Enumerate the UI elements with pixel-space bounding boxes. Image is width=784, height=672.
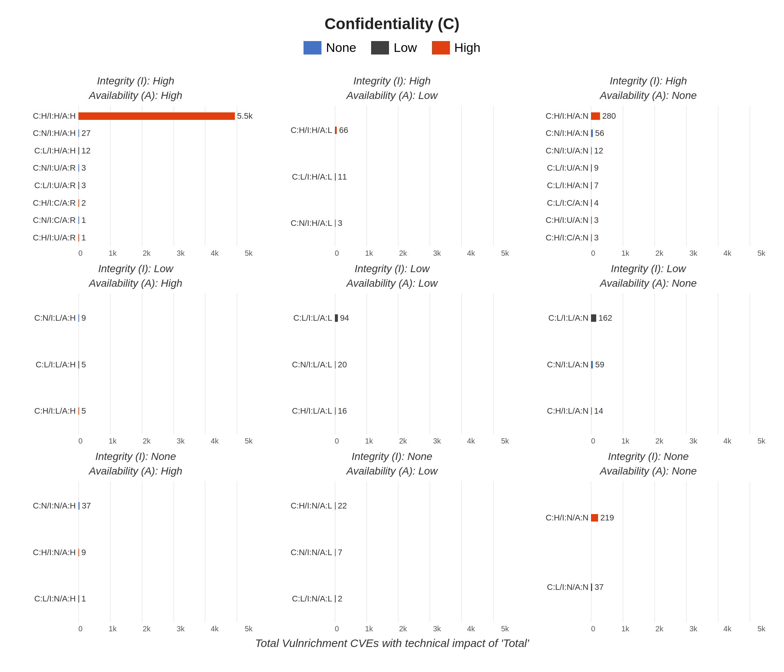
panel-3: Integrity (I): HighAvailability (A): Non…: [520, 70, 776, 258]
x-tick-4: 4k: [210, 437, 218, 445]
x-axis-label: Total Vulnrichment CVEs with technical i…: [255, 637, 529, 650]
bar-wrap-2: 5: [78, 406, 253, 416]
x-tick-0: 0: [335, 625, 339, 633]
x-tick-4: 4k: [467, 249, 475, 258]
bar-label-1: C:N/I:L/A:L: [266, 360, 332, 370]
bar-label-1: C:N/I:L/A:N: [522, 360, 588, 370]
bar-wrap-0: 66: [335, 125, 509, 135]
x-axis-labels-3: 01k2k3k4k5k: [591, 249, 765, 258]
legend-item-none: None: [303, 40, 356, 55]
bar-label-1: C:L/I:N/A:N: [522, 582, 588, 592]
bar-3: [78, 164, 79, 172]
bar-2: [78, 595, 79, 602]
bar-wrap-0: 94: [335, 313, 509, 323]
legend-swatch-none: [303, 41, 322, 54]
bar-row-1: C:N/I:L/A:N59: [591, 359, 765, 370]
bar-row-0: C:H/I:H/A:H5.5k: [78, 111, 253, 121]
bar-label-6: C:N/I:C/A:R: [9, 215, 76, 225]
bar-value-6: 1: [81, 215, 86, 225]
bar-label-5: C:L/I:C/A:N: [522, 198, 588, 208]
bar-row-1: C:L/I:N/A:N37: [591, 582, 765, 593]
bar-row-2: C:H/I:L/A:H5: [78, 406, 253, 416]
bar-row-6: C:H/I:U/A:N3: [591, 215, 765, 226]
bar-wrap-1: 5: [78, 359, 253, 370]
bar-label-1: C:L/I:H/A:L: [266, 172, 332, 182]
bar-row-1: C:N/I:L/A:L20: [335, 359, 509, 370]
panel-title-5: Integrity (I): LowAvailability (A): Low: [268, 261, 517, 291]
x-tick-2: 2k: [399, 625, 407, 633]
legend-swatch-high: [432, 41, 450, 54]
bar-0: [591, 112, 600, 120]
bar-wrap-0: 280: [591, 111, 765, 121]
bar-value-0: 280: [602, 111, 616, 121]
bar-row-0: C:H/I:N/A:N219: [591, 513, 765, 523]
panel-title-6: Integrity (I): LowAvailability (A): None: [524, 261, 773, 291]
x-tick-0: 0: [78, 437, 82, 445]
bar-value-0: 94: [340, 313, 349, 323]
panel-title-8: Integrity (I): NoneAvailability (A): Low: [268, 449, 517, 478]
bar-label-2: C:L/I:N/A:H: [9, 594, 76, 604]
bar-row-2: C:H/I:L/A:N14: [591, 406, 765, 416]
bar-0: [335, 314, 338, 322]
bar-wrap-2: 2: [335, 594, 509, 604]
bar-value-0: 162: [599, 313, 612, 323]
chart-area-5: 01k2k3k4k5kC:L/I:L/A:L94C:N/I:L/A:L20C:H…: [268, 294, 517, 445]
x-tick-2: 2k: [143, 437, 151, 445]
grid-line-4: [718, 481, 718, 622]
x-tick-3: 3k: [689, 437, 697, 445]
x-axis-labels-7: 01k2k3k4k5k: [78, 625, 253, 633]
bar-5: [78, 199, 79, 207]
bar-wrap-3: 3: [78, 163, 253, 173]
x-tick-3: 3k: [433, 625, 441, 633]
bar-row-2: C:L/I:N/A:L2: [335, 594, 509, 604]
bar-wrap-2: 12: [591, 146, 765, 156]
bar-row-7: C:H/I:C/A:N3: [591, 233, 765, 243]
bar-label-0: C:H/I:H/A:H: [9, 111, 76, 121]
bar-value-5: 4: [594, 198, 599, 208]
panel-1: Integrity (I): HighAvailability (A): Hig…: [8, 70, 264, 258]
grid-line-5: [750, 481, 750, 622]
bar-4: [78, 182, 79, 189]
x-tick-4: 4k: [467, 437, 475, 445]
bar-value-1: 56: [595, 128, 604, 138]
x-tick-3: 3k: [689, 249, 697, 258]
x-tick-4: 4k: [210, 625, 218, 633]
panel-7: Integrity (I): NoneAvailability (A): Hig…: [8, 445, 264, 633]
legend-label-high: High: [454, 40, 481, 55]
bar-wrap-0: 9: [78, 313, 253, 323]
bar-wrap-7: 1: [78, 233, 253, 243]
x-tick-4: 4k: [467, 625, 475, 633]
bar-value-1: 37: [594, 582, 603, 592]
bar-row-0: C:N/I:N/A:H37: [78, 501, 253, 511]
bar-0: [335, 126, 337, 134]
bar-wrap-0: 219: [591, 513, 765, 523]
bar-label-5: C:H/I:C/A:R: [9, 198, 76, 208]
bar-label-1: C:N/I:H/A:H: [9, 128, 76, 138]
bar-value-7: 1: [81, 233, 86, 243]
bar-row-5: C:H/I:C/A:R2: [78, 198, 253, 208]
bar-value-1: 59: [595, 360, 604, 370]
panels-grid: Integrity (I): HighAvailability (A): Hig…: [8, 70, 776, 633]
bar-value-0: 9: [81, 313, 86, 323]
bar-row-4: C:L/I:H/A:N7: [591, 180, 765, 191]
bar-label-2: C:N/I:H/A:L: [266, 218, 332, 228]
bar-label-1: C:H/I:N/A:H: [9, 548, 76, 557]
legend-item-low: Low: [371, 40, 417, 55]
bar-wrap-3: 9: [591, 163, 765, 173]
x-axis-labels-5: 01k2k3k4k5k: [335, 437, 509, 445]
bar-2: [78, 407, 79, 415]
bar-0: [78, 502, 79, 510]
chart-area-3: 01k2k3k4k5kC:H/I:H/A:N280C:N/I:H/A:N56C:…: [524, 106, 773, 258]
panel-title-7: Integrity (I): NoneAvailability (A): Hig…: [11, 449, 260, 478]
bar-row-1: C:N/I:H/A:N56: [591, 128, 765, 138]
bar-wrap-6: 1: [78, 215, 253, 226]
x-tick-5: 5k: [758, 249, 765, 258]
x-axis-labels-6: 01k2k3k4k5k: [591, 437, 765, 445]
bar-wrap-1: 7: [335, 547, 509, 558]
bar-wrap-1: 59: [591, 359, 765, 370]
bar-label-3: C:N/I:U/A:R: [9, 163, 76, 173]
bar-1: [335, 549, 336, 556]
x-tick-2: 2k: [656, 249, 663, 258]
bar-3: [591, 164, 592, 172]
bar-value-4: 7: [594, 181, 599, 190]
